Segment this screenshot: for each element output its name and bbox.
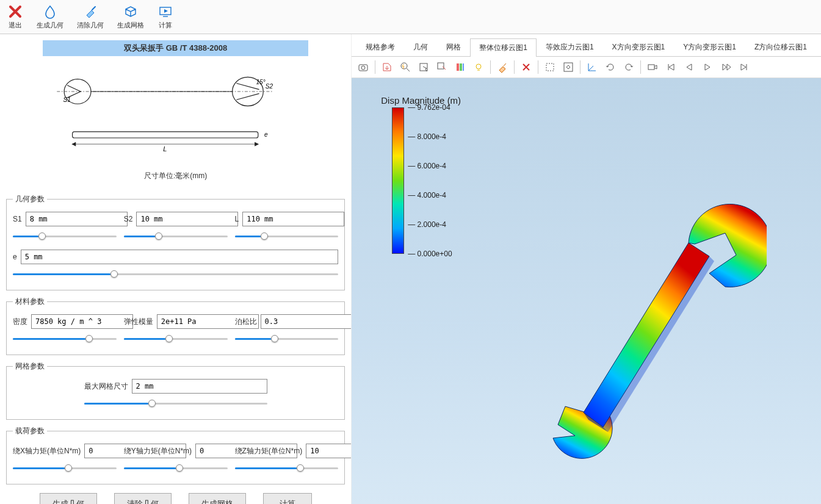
drop-icon	[42, 4, 58, 20]
btn-clear-geom[interactable]: 清除几何	[114, 493, 172, 504]
wrench-result	[461, 115, 767, 493]
close-icon	[7, 4, 23, 20]
input-density[interactable]	[31, 314, 133, 329]
input-L[interactable]	[242, 212, 344, 226]
legend-load: 载荷参数	[13, 426, 47, 436]
slider-mz[interactable]	[235, 463, 339, 474]
label-density: 密度	[13, 317, 27, 327]
input-s1[interactable]	[26, 212, 128, 226]
slider-density[interactable]	[13, 334, 117, 345]
label-mz: 绕Z轴力矩(单位N*m)	[235, 446, 303, 456]
btn-gen-geom[interactable]: 生成几何	[40, 493, 97, 504]
slider-maxsize[interactable]	[84, 398, 267, 409]
btn-compute[interactable]: 计算	[263, 493, 312, 504]
svg-text:S2: S2	[266, 83, 273, 90]
tab-mesh[interactable]: 网格	[437, 38, 470, 56]
svg-rect-21	[546, 63, 554, 71]
play-icon[interactable]	[700, 59, 715, 75]
slider-my[interactable]	[124, 463, 228, 474]
tab-stress[interactable]: 等效应力云图1	[537, 38, 603, 56]
label-my: 绕Y轴力矩(单位N*m)	[124, 446, 192, 456]
export-icon[interactable]	[379, 59, 395, 75]
cb-tick: 8.000e-4	[408, 132, 446, 141]
slider-e[interactable]	[13, 269, 338, 280]
select-box-icon[interactable]	[542, 59, 558, 75]
rotate-ccw-icon[interactable]	[602, 59, 618, 75]
ribbon-label: 清除几何	[77, 21, 104, 30]
svg-text:15°: 15°	[256, 79, 265, 85]
diagram-caption: 尺寸单位:毫米(mm)	[31, 171, 320, 181]
slider-poisson[interactable]	[235, 334, 339, 345]
label-poisson: 泊松比	[235, 317, 257, 327]
spec-title: 双头呆扳手 GB /T 4388-2008	[43, 40, 308, 56]
color-legend-icon[interactable]	[452, 59, 468, 75]
record-icon[interactable]	[645, 59, 660, 75]
result-tabs: 规格参考 几何 网格 整体位移云图1 等效应力云图1 X方向变形云图1 Y方向变…	[352, 34, 821, 57]
tab-geom[interactable]: 几何	[404, 38, 437, 56]
wrench-diagram-svg: S1 S2 15° L e	[31, 63, 320, 167]
ribbon-exit[interactable]: 退出	[6, 2, 24, 31]
svg-rect-23	[648, 65, 654, 70]
right-panel: 规格参考 几何 网格 整体位移云图1 等效应力云图1 X方向变形云图1 Y方向变…	[351, 34, 821, 504]
tab-spec[interactable]: 规格参考	[356, 38, 404, 56]
svg-rect-16	[438, 63, 444, 69]
ribbon-gen-geom[interactable]: 生成几何	[35, 2, 65, 31]
input-poisson[interactable]	[261, 314, 352, 329]
ribbon-label: 生成几何	[37, 21, 63, 30]
legend-mesh: 网格参数	[13, 361, 47, 372]
input-e[interactable]	[21, 250, 339, 264]
fit-view-icon[interactable]	[560, 59, 576, 75]
select-rect-icon[interactable]	[416, 59, 432, 75]
slider-mx[interactable]	[13, 463, 117, 474]
brush-icon	[82, 4, 98, 20]
tab-dispz[interactable]: Z方向位移云图1	[745, 38, 816, 56]
cb-tick: 9.762e-04	[408, 103, 450, 112]
legend-geom: 几何参数	[13, 194, 47, 204]
step-fwd-icon[interactable]	[718, 59, 734, 75]
legend-material: 材料参数	[13, 297, 47, 307]
tab-defy[interactable]: Y方向变形云图1	[674, 38, 745, 56]
svg-point-13	[361, 66, 365, 70]
cube-mesh-icon	[123, 4, 139, 20]
slider-L[interactable]	[235, 231, 339, 242]
zoom-lightning-icon[interactable]	[397, 59, 413, 75]
tab-defx[interactable]: X方向变形云图1	[603, 38, 675, 56]
label-s1: S1	[13, 215, 22, 223]
ribbon-gen-mesh[interactable]: 生成网格	[116, 2, 145, 31]
slider-young[interactable]	[124, 334, 228, 345]
rotate-cw-icon[interactable]	[621, 59, 637, 75]
ribbon-clear-geom[interactable]: 清除几何	[76, 2, 105, 31]
skip-end-icon[interactable]	[736, 59, 752, 75]
btn-gen-mesh[interactable]: 生成网格	[189, 493, 246, 504]
slider-s2[interactable]	[124, 231, 228, 242]
svg-rect-17	[457, 63, 459, 71]
axes-icon[interactable]	[584, 59, 600, 75]
ribbon-compute[interactable]: 计算	[156, 2, 175, 31]
bulb-icon[interactable]	[471, 59, 486, 75]
label-maxsize: 最大网格尺寸	[84, 381, 128, 392]
label-e: e	[13, 253, 17, 261]
fieldset-material: 材料参数 密度 弹性模量	[6, 297, 345, 355]
clean-icon[interactable]	[494, 59, 510, 75]
input-maxsize[interactable]	[132, 379, 267, 394]
input-s2[interactable]	[136, 212, 238, 226]
cb-tick: 6.000e-4	[408, 162, 446, 170]
play-screen-icon	[157, 4, 173, 20]
input-mz[interactable]	[306, 444, 351, 458]
tab-disp[interactable]: 整体位移云图1	[470, 38, 537, 57]
step-back-icon[interactable]	[681, 59, 697, 75]
viewport-3d[interactable]: Disp Magnitude (m) 9.762e-04 8.000e-4 6.…	[352, 78, 821, 504]
svg-rect-18	[460, 63, 462, 71]
fieldset-load: 载荷参数 绕X轴力矩(单位N*m) 绕Y轴力矩(单位N*m)	[6, 426, 345, 484]
svg-rect-19	[463, 63, 464, 71]
delete-icon[interactable]	[518, 59, 534, 75]
edit-icon[interactable]	[434, 59, 450, 75]
spec-diagram: S1 S2 15° L e 尺寸单位:毫米(mm)	[6, 60, 345, 188]
label-s2: S2	[124, 215, 133, 223]
label-mx: 绕X轴力矩(单位N*m)	[13, 446, 81, 456]
slider-s1[interactable]	[13, 231, 117, 242]
skip-start-icon[interactable]	[663, 59, 679, 75]
svg-text:S1: S1	[63, 96, 70, 103]
cb-tick: 4.000e-4	[408, 191, 446, 200]
camera-icon[interactable]	[355, 59, 371, 75]
